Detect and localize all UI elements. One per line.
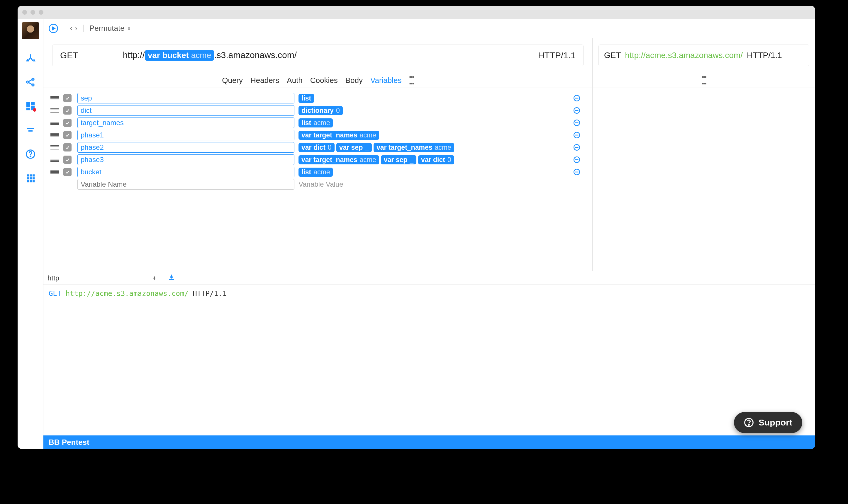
updown-icon: ▲▼ bbox=[127, 26, 131, 31]
drag-handle-icon[interactable] bbox=[50, 170, 59, 174]
drag-handle-icon[interactable] bbox=[50, 145, 59, 149]
svg-point-0 bbox=[32, 78, 34, 80]
support-button[interactable]: Support bbox=[734, 412, 802, 433]
variable-name-input[interactable] bbox=[77, 167, 295, 177]
nav-prev-button[interactable]: ‹ bbox=[70, 24, 72, 32]
remove-button[interactable] bbox=[572, 168, 581, 176]
nav-next-button[interactable]: › bbox=[75, 24, 77, 32]
tab-auth[interactable]: Auth bbox=[287, 76, 303, 85]
drag-handle-icon[interactable] bbox=[50, 96, 59, 100]
variable-value[interactable]: list bbox=[299, 94, 568, 103]
remove-button[interactable] bbox=[572, 143, 581, 152]
url-content: http://var bucketacme.s3.amazonaws.com/ bbox=[123, 50, 297, 61]
http-version: HTTP/1.1 bbox=[747, 51, 782, 60]
svg-rect-16 bbox=[33, 177, 35, 179]
enable-checkbox[interactable] bbox=[63, 131, 72, 139]
share-icon[interactable] bbox=[25, 77, 36, 87]
value-chip[interactable]: var target_names acme bbox=[299, 155, 379, 164]
variable-value[interactable]: list acme bbox=[299, 119, 568, 127]
help-icon[interactable] bbox=[25, 149, 36, 159]
variable-name-input[interactable] bbox=[77, 118, 295, 128]
raw-format-select[interactable]: http ▲▼ bbox=[48, 274, 156, 282]
svg-point-10 bbox=[30, 156, 31, 157]
svg-rect-17 bbox=[27, 180, 29, 182]
tab-cookies[interactable]: Cookies bbox=[310, 76, 338, 85]
value-chip[interactable]: var dict 0 bbox=[418, 155, 454, 164]
preview-tabs: ▪▪▪▪▪▪ bbox=[593, 73, 815, 88]
variable-name-input[interactable] bbox=[77, 179, 295, 190]
traffic-light-close-icon[interactable] bbox=[22, 10, 27, 15]
drag-handle-icon[interactable] bbox=[50, 158, 59, 162]
variable-value[interactable]: var target_names acmevar sep _var dict 0 bbox=[299, 155, 568, 164]
tab-variables[interactable]: Variables bbox=[370, 76, 402, 85]
variable-name-input[interactable] bbox=[77, 130, 295, 140]
raw-panel: http ▲▼ GET http://acme.s3.amazonaws.com… bbox=[43, 271, 815, 435]
svg-point-1 bbox=[26, 81, 29, 83]
url-variable-chip[interactable]: var bucketacme bbox=[145, 50, 214, 61]
request-line[interactable]: GET http://var bucketacme.s3.amazonaws.c… bbox=[52, 44, 584, 66]
variable-row: list bbox=[50, 92, 585, 104]
mode-select[interactable]: Permutate ▲▼ bbox=[89, 24, 131, 33]
remove-button[interactable] bbox=[572, 106, 581, 115]
variable-row: var target_names acmevar sep _var dict 0 bbox=[50, 154, 585, 166]
variable-row: list acme bbox=[50, 166, 585, 178]
run-button[interactable] bbox=[49, 24, 58, 33]
svg-rect-12 bbox=[30, 174, 32, 176]
value-chip[interactable]: dictionary 0 bbox=[299, 106, 343, 115]
apps-grid-icon[interactable] bbox=[25, 173, 36, 183]
grid-icon[interactable]: ▪▪▪▪▪▪ bbox=[409, 74, 413, 87]
value-chip[interactable]: list acme bbox=[299, 119, 333, 127]
download-button[interactable] bbox=[168, 274, 175, 283]
variable-name-input[interactable] bbox=[77, 105, 295, 116]
enable-checkbox[interactable] bbox=[63, 106, 72, 114]
drag-handle-icon[interactable] bbox=[50, 121, 59, 125]
remove-button[interactable] bbox=[572, 131, 581, 140]
enable-checkbox[interactable] bbox=[63, 156, 72, 164]
value-chip[interactable]: var dict 0 bbox=[299, 143, 335, 152]
toolbar: ‹ › Permutate ▲▼ bbox=[43, 19, 815, 38]
filter-icon[interactable] bbox=[25, 125, 36, 136]
grid-icon[interactable]: ▪▪▪▪▪▪ bbox=[702, 74, 706, 87]
enable-checkbox[interactable] bbox=[63, 168, 72, 176]
svg-rect-18 bbox=[30, 180, 32, 182]
drag-handle-icon[interactable] bbox=[50, 133, 59, 137]
variable-name-input[interactable] bbox=[77, 155, 295, 165]
variable-value[interactable]: var dict 0var sep _var target_names acme bbox=[299, 143, 568, 152]
variable-value[interactable]: list acme bbox=[299, 168, 568, 177]
value-chip[interactable]: var sep _ bbox=[336, 143, 372, 152]
enable-checkbox[interactable] bbox=[63, 143, 72, 151]
tab-body[interactable]: Body bbox=[346, 76, 363, 85]
remove-button[interactable] bbox=[572, 119, 581, 127]
value-chip[interactable]: var sep _ bbox=[381, 155, 417, 164]
value-chip[interactable]: var target_names acme bbox=[374, 143, 454, 152]
enable-checkbox[interactable] bbox=[63, 119, 72, 127]
enable-checkbox[interactable] bbox=[63, 94, 72, 102]
value-chip[interactable]: var target_names acme bbox=[299, 131, 379, 140]
tab-query[interactable]: Query bbox=[222, 76, 243, 85]
variable-value[interactable]: var target_names acme bbox=[299, 131, 568, 140]
dashboard-icon[interactable] bbox=[25, 101, 36, 111]
drag-handle-icon[interactable] bbox=[50, 108, 59, 112]
variable-name-input[interactable] bbox=[77, 93, 295, 104]
traffic-light-min-icon[interactable] bbox=[31, 10, 35, 15]
variables-panel: list dictionary 0 list acme var target_n… bbox=[43, 88, 592, 271]
variable-value[interactable]: dictionary 0 bbox=[299, 106, 568, 115]
svg-rect-11 bbox=[27, 174, 29, 176]
traffic-light-max-icon[interactable] bbox=[39, 10, 43, 15]
raw-output[interactable]: GET http://acme.s3.amazonaws.com/ HTTP/1… bbox=[43, 285, 815, 435]
variable-name-input[interactable] bbox=[77, 142, 295, 153]
avatar[interactable] bbox=[22, 22, 39, 39]
value-chip[interactable]: list acme bbox=[299, 168, 333, 177]
branch-icon[interactable] bbox=[25, 53, 36, 63]
tab-headers[interactable]: Headers bbox=[250, 76, 279, 85]
footer-bar: BB Pentest bbox=[43, 435, 815, 449]
separator bbox=[64, 24, 64, 32]
svg-rect-4 bbox=[31, 102, 35, 105]
mode-label: Permutate bbox=[89, 24, 125, 33]
value-chip[interactable]: list bbox=[299, 94, 314, 103]
remove-button[interactable] bbox=[572, 155, 581, 164]
app-window: ‹ › Permutate ▲▼ GET bbox=[18, 6, 815, 449]
http-version: HTTP/1.1 bbox=[538, 50, 576, 60]
preview-request-line: GET http://acme.s3.amazonaws.com/ HTTP/1… bbox=[599, 44, 809, 66]
remove-button[interactable] bbox=[572, 94, 581, 103]
